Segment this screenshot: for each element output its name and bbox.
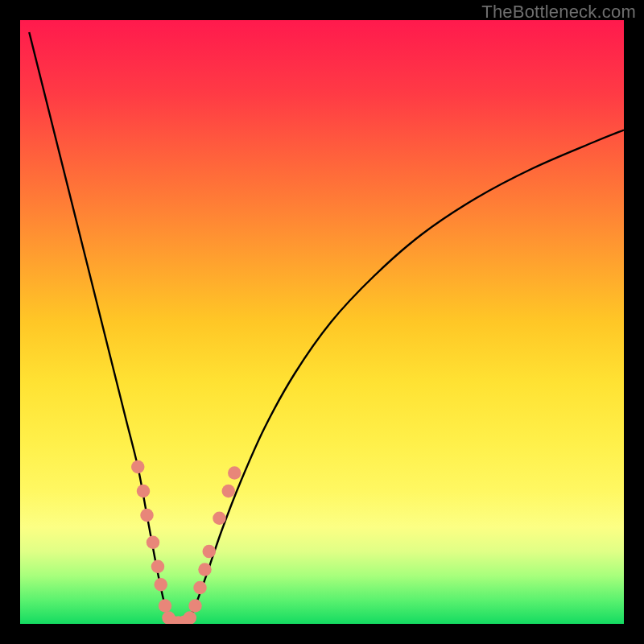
data-dot	[159, 599, 172, 613]
data-dot	[155, 578, 168, 592]
data-dot	[151, 560, 165, 574]
data-dot	[131, 460, 145, 474]
data-dot	[213, 512, 226, 526]
data-dot	[222, 485, 236, 498]
plot-area	[20, 20, 624, 624]
data-dot	[203, 545, 217, 559]
data-dot	[228, 466, 242, 480]
annotation-dots	[131, 460, 242, 624]
data-dot	[198, 563, 212, 576]
data-dot	[140, 509, 154, 522]
left-branch-curve	[29, 32, 171, 622]
data-dot	[188, 599, 202, 613]
watermark-label: TheBottleneck.com	[481, 2, 636, 23]
chart-container: TheBottleneck.com	[0, 0, 644, 644]
curve-layer	[20, 20, 624, 624]
data-dot	[137, 485, 151, 498]
right-branch-curve	[186, 130, 624, 622]
data-dot	[193, 581, 207, 595]
data-dot	[147, 536, 160, 550]
